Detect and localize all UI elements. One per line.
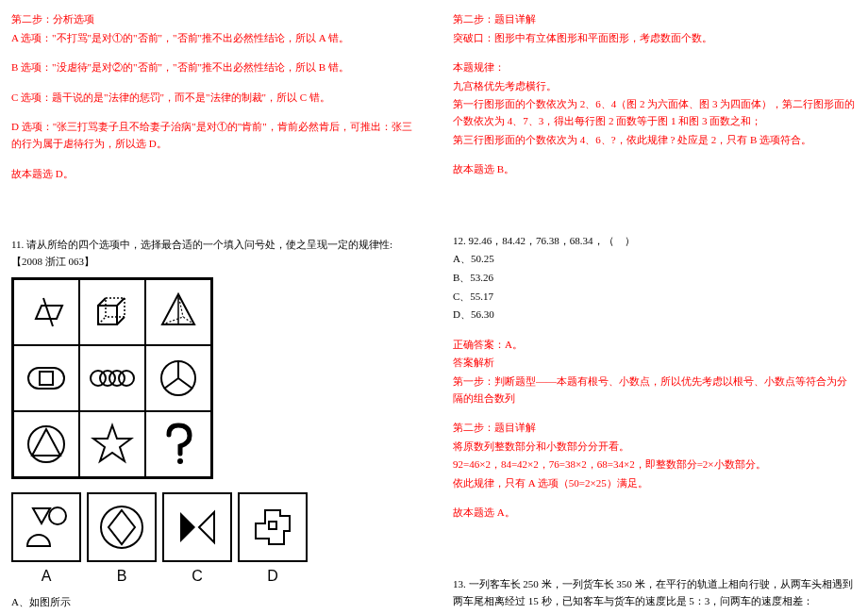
r-pattern3: 第三行图形面的个数依次为 4、6、?，依此规律 ? 处应是 2，只有 B 选项符…: [453, 132, 857, 149]
svg-point-26: [177, 458, 183, 464]
option-a-analysis: A 选项："不打骂"是对①的"否前"，"否前"推不出必然性结论，所以 A 错。: [11, 30, 415, 47]
circle-y-icon: [157, 357, 200, 400]
r-pattern1: 九宫格优先考虑横行。: [453, 78, 857, 95]
circle-triangle-icon: [24, 422, 69, 467]
grid-cell: [13, 411, 79, 477]
grid-cell: [145, 345, 211, 411]
question-11: 11. 请从所给的四个选项中，选择最合适的一个填入问号处，使之呈现一定的规律性:…: [11, 237, 415, 270]
q12-opt-b: B、53.26: [453, 270, 857, 287]
svg-point-29: [101, 506, 142, 548]
svg-line-7: [98, 317, 106, 324]
svg-point-18: [119, 371, 134, 386]
svg-line-6: [117, 317, 125, 324]
q12-step2c: 依此规律，只有 A 选项（50=2×25）满足。: [453, 475, 857, 492]
svg-marker-33: [256, 510, 290, 544]
puzzle-grid: [11, 277, 213, 479]
r-step2-title: 第二步：题目详解: [453, 11, 857, 28]
option-label: B: [87, 564, 157, 589]
option-b-analysis: B 选项："没虐待"是对②的"否前"，"否前"推不出必然性结论，所以 B 错。: [11, 59, 415, 76]
option-labels: A B C D: [11, 564, 415, 589]
svg-line-1: [43, 298, 53, 326]
option-label: A: [11, 564, 81, 589]
grid-cell: [79, 345, 145, 411]
q12-explain-label: 答案解析: [453, 355, 857, 372]
q12-opt-a: A、50.25: [453, 251, 857, 268]
option-b-figure: [87, 492, 157, 562]
option-d-figure: [238, 492, 308, 562]
svg-marker-34: [269, 522, 276, 529]
grid-cell: [145, 279, 211, 345]
q12-step2a: 将原数列整数部分和小数部分分开看。: [453, 439, 857, 456]
svg-marker-24: [32, 429, 60, 456]
svg-marker-32: [199, 512, 214, 542]
option-a-figure: [11, 492, 81, 562]
grid-cell: [13, 279, 79, 345]
svg-line-5: [117, 298, 125, 306]
four-rings-icon: [87, 362, 138, 394]
svg-line-21: [164, 378, 178, 389]
option-d-analysis: D 选项："张三打骂妻子且不给妻子治病"是对①的"肯前"，肯前必然肯后，可推出：…: [11, 119, 415, 152]
choice-a: A、如图所示: [11, 594, 415, 611]
question-12: 12. 92.46，84.42，76.38，68.34，（ ）: [453, 233, 857, 250]
option-label: C: [162, 564, 232, 589]
svg-marker-30: [108, 510, 135, 544]
r-pattern-title: 本题规律：: [453, 59, 857, 76]
option-label: D: [238, 564, 308, 589]
q12-opt-d: D、56.30: [453, 307, 857, 324]
tetrahedron-icon: [155, 289, 202, 336]
r-breakthrough: 突破口：图形中有立体图形和平面图形，考虑数面个数。: [453, 30, 857, 47]
parallelogram-icon: [25, 290, 68, 334]
svg-point-23: [28, 426, 64, 462]
cube-icon: [89, 289, 136, 336]
q12-opt-c: C、55.17: [453, 289, 857, 306]
q12-step1: 第一步：判断题型——本题有根号、小数点，所以优先考虑以根号、小数点等符合为分隔的…: [453, 373, 857, 407]
q12-step2-title: 第二步：题目详解: [453, 420, 857, 437]
svg-line-22: [178, 378, 192, 389]
q12-answer: 正确答案：A。: [453, 337, 857, 354]
q12-final: 故本题选 A。: [453, 505, 857, 522]
q12-step2b: 92=46×2，84=42×2，76=38×2，68=34×2，即整数部分=2×…: [453, 456, 857, 473]
options-row: [11, 492, 415, 562]
svg-point-28: [49, 507, 66, 524]
grid-cell: [79, 411, 145, 477]
svg-line-4: [98, 298, 106, 306]
grid-cell: [145, 411, 211, 477]
r-final11: 故本题选 B。: [453, 161, 857, 178]
grid-cell: [13, 345, 79, 411]
svg-rect-14: [40, 372, 53, 385]
rounded-rect-icon: [23, 362, 70, 394]
svg-marker-31: [180, 512, 195, 542]
star-icon: [90, 422, 135, 467]
question-mark-icon: [159, 422, 197, 467]
step2-title: 第二步：分析选项: [11, 11, 415, 28]
svg-marker-25: [93, 425, 131, 461]
svg-marker-27: [33, 508, 50, 523]
option-c-figure: [162, 492, 232, 562]
r-pattern2: 第一行图形面的个数依次为 2、6、4（图 2 为六面体、图 3 为四面体），第二…: [453, 96, 857, 129]
final-answer-10: 故本题选 D。: [11, 166, 415, 183]
option-c-analysis: C 选项：题干说的是"法律的惩罚"，而不是"法律的制裁"，所以 C 错。: [11, 90, 415, 107]
question-13: 13. 一列客车长 250 米，一列货车长 350 米，在平行的轨道上相向行驶，…: [453, 576, 857, 609]
grid-cell: [79, 279, 145, 345]
